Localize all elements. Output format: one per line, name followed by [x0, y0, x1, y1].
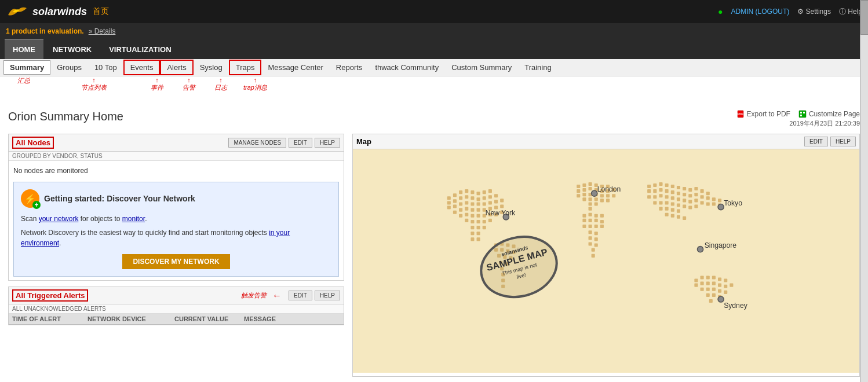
svg-rect-63	[577, 185, 580, 188]
svg-rect-5	[800, 115, 802, 116]
sec-nav-groups[interactable]: Groups	[50, 60, 88, 75]
svg-rect-42	[500, 204, 504, 208]
svg-rect-154	[688, 206, 692, 210]
help-link[interactable]: ⓘ Help	[839, 7, 862, 17]
svg-rect-51	[465, 219, 468, 222]
svg-rect-136	[653, 195, 657, 199]
sec-nav-training[interactable]: Training	[518, 60, 557, 75]
eval-details-link[interactable]: » Details	[89, 27, 116, 35]
svg-rect-151	[671, 202, 674, 205]
singapore-label: Singapore	[705, 241, 737, 249]
svg-rect-180	[718, 289, 721, 293]
all-nodes-header: All Nodes MANAGE NODES EDIT HELP	[9, 134, 344, 152]
svg-rect-8	[453, 193, 457, 197]
settings-link[interactable]: ⚙ Settings	[797, 8, 831, 16]
sec-nav-messagecenter[interactable]: Message Center	[261, 60, 329, 75]
map-help-button[interactable]: HELP	[830, 137, 856, 146]
all-nodes-edit-button[interactable]: EDIT	[289, 138, 312, 148]
discover-network-button[interactable]: DISCOVER MY NETWORK	[122, 254, 229, 269]
svg-rect-9	[459, 190, 462, 194]
svg-rect-161	[671, 214, 674, 218]
svg-rect-102	[600, 225, 604, 228]
sec-nav-traps[interactable]: Traps	[229, 60, 262, 75]
new-york-label: New York	[486, 209, 516, 217]
customize-page-button[interactable]: Customize Page	[798, 110, 860, 118]
scan-network-link[interactable]: your network	[39, 215, 79, 223]
export-pdf-button[interactable]: PDF Export to PDF	[736, 110, 790, 118]
london-label: London	[597, 185, 621, 193]
environment-link[interactable]: in your environment	[21, 229, 290, 247]
svg-rect-119	[694, 187, 698, 190]
all-alerts-help-button[interactable]: HELP	[315, 291, 340, 300]
map-edit-button[interactable]: EDIT	[804, 137, 828, 146]
svg-rect-144	[701, 201, 704, 204]
svg-rect-12	[477, 192, 480, 195]
scrollbar-thumb[interactable]	[860, 0, 868, 35]
sec-nav-reports[interactable]: Reports	[330, 60, 369, 75]
all-nodes-body: No nodes are monitored ⚡ + Getting start…	[9, 161, 344, 280]
svg-rect-54	[483, 220, 486, 223]
svg-rect-44	[465, 213, 468, 216]
svg-rect-28	[471, 202, 474, 205]
svg-rect-38	[477, 208, 480, 212]
sec-nav-top10[interactable]: 10 Top	[88, 60, 123, 75]
nav-tab-network[interactable]: NETWORK	[45, 39, 100, 59]
monitor-link[interactable]: monitor	[122, 215, 145, 223]
annotation-summary: 汇总	[17, 76, 30, 85]
logo-text: solarwinds	[32, 6, 87, 18]
svg-rect-60	[477, 232, 480, 235]
svg-rect-31	[488, 201, 492, 204]
tokyo-label: Tokyo	[724, 199, 742, 207]
svg-rect-129	[688, 194, 692, 197]
col-header-device: NETWORK DEVICE	[87, 315, 174, 322]
sydney-label: Sydney	[724, 302, 748, 310]
nav-tab-home[interactable]: HOME	[5, 39, 43, 59]
all-alerts-actions: EDIT HELP	[289, 291, 340, 300]
svg-rect-126	[671, 190, 674, 194]
home-link[interactable]: 首页	[93, 6, 109, 17]
svg-rect-124	[659, 188, 662, 192]
svg-rect-104	[595, 232, 598, 235]
col-header-time: TIME OF ALERT	[12, 315, 87, 322]
svg-rect-91	[582, 214, 586, 218]
svg-rect-18	[465, 195, 468, 199]
svg-rect-17	[459, 196, 462, 200]
svg-rect-34	[453, 211, 457, 214]
admin-text[interactable]: ADMIN (LOGOUT)	[731, 8, 790, 16]
annotation-alerts: ↑ 告警	[183, 76, 195, 92]
svg-rect-132	[706, 196, 710, 200]
sec-nav-customsummary[interactable]: Custom Summary	[445, 60, 518, 75]
sec-nav-syslog[interactable]: Syslog	[194, 60, 229, 75]
svg-rect-173	[712, 282, 716, 285]
svg-rect-61	[471, 237, 474, 241]
sec-nav-summary[interactable]: Summary	[3, 60, 50, 75]
svg-rect-137	[659, 194, 662, 197]
svg-rect-43	[459, 214, 462, 218]
svg-rect-101	[595, 225, 598, 228]
main-nav: HOME NETWORK VIRTUALIZATION	[0, 39, 868, 59]
svg-rect-55	[488, 219, 492, 222]
all-nodes-widget: All Nodes MANAGE NODES EDIT HELP GROUPED…	[8, 134, 344, 281]
svg-rect-30	[483, 202, 486, 205]
svg-rect-53	[477, 220, 480, 223]
nav-tab-virtualization[interactable]: VIRTUALIZATION	[101, 39, 179, 59]
svg-rect-83	[582, 197, 586, 201]
svg-rect-168	[718, 277, 721, 281]
svg-rect-116	[677, 186, 680, 189]
map-body: New York London Tokyo Singapore Sydney	[353, 149, 859, 373]
scrollbar[interactable]	[860, 0, 868, 380]
sec-nav-thwack[interactable]: thwack Community	[369, 60, 445, 75]
svg-rect-89	[595, 202, 598, 205]
sec-nav-events[interactable]: Events	[123, 60, 161, 75]
svg-rect-96	[589, 219, 592, 222]
svg-rect-143	[694, 199, 698, 202]
svg-rect-62	[477, 237, 480, 241]
manage-nodes-button[interactable]: MANAGE NODES	[228, 138, 286, 148]
svg-rect-10	[465, 189, 468, 193]
sec-nav-alerts[interactable]: Alerts	[160, 60, 193, 75]
svg-rect-46	[477, 214, 480, 218]
map-widget: Map EDIT HELP	[352, 134, 860, 377]
svg-rect-85	[595, 197, 598, 201]
all-alerts-edit-button[interactable]: EDIT	[289, 291, 312, 300]
all-nodes-help-button[interactable]: HELP	[315, 138, 340, 148]
